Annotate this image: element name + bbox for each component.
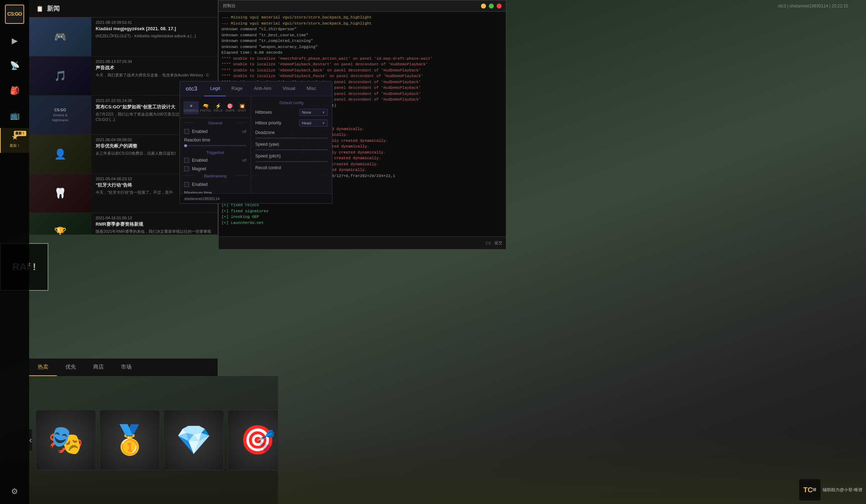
cheat-menu-title: otc3 bbox=[186, 86, 197, 92]
new-badge: 最新！ bbox=[14, 131, 26, 136]
triggerbot-enabled-row: Enabled off bbox=[180, 156, 251, 165]
cheat-tab-visual[interactable]: Visual bbox=[277, 81, 301, 96]
tv-icon: 📺 bbox=[10, 111, 20, 120]
hitboxes-row: Hitboxes None ▼ bbox=[251, 107, 332, 118]
news-item-5[interactable]: 🏆 2021-04-16 01:06:13 RMR赛季参赛资格新规 随着2021… bbox=[29, 213, 218, 235]
weapon-snipe-label: SNIPE bbox=[225, 109, 235, 112]
cheat-right-panel: Default config Hitboxes None ▼ Hitbox pr… bbox=[251, 96, 332, 204]
watermark-text: otc3 | shetanmei19830114 | 20:22:15 bbox=[778, 4, 848, 9]
hitbox-priority-dropdown[interactable]: Head ▼ bbox=[299, 119, 328, 127]
console-line: Unknown command "tr_completed_training" bbox=[221, 38, 503, 44]
sticker-2[interactable]: 💎 bbox=[164, 410, 224, 470]
speed-yaw-slider-row bbox=[251, 149, 332, 152]
weapon-pistol-label: PISTOL bbox=[200, 109, 212, 112]
console-line: [+] invoking OEP bbox=[221, 214, 503, 220]
deadzone-slider[interactable] bbox=[255, 138, 328, 139]
hitboxes-chevron-icon: ▼ bbox=[322, 111, 325, 114]
bottom-watermark: TC 辅 辅助助力@小登-唯谱 bbox=[799, 479, 862, 500]
tab-hot[interactable]: 热卖 bbox=[29, 359, 57, 376]
watermark: otc3 | shetanmei19830114 | 20:22:15 bbox=[778, 4, 848, 9]
news-headline-1: 声音战术 bbox=[96, 65, 213, 71]
news-icon: 📋 bbox=[36, 5, 43, 12]
sidebar-item-play[interactable]: ▶ bbox=[0, 28, 29, 53]
enabled-checkbox[interactable] bbox=[184, 129, 189, 134]
console-titlebar: 控制台 bbox=[219, 0, 506, 12]
console-line: Elapsed time: 0.00 seconds bbox=[221, 50, 503, 56]
cheat-username: shetanmei19830114 bbox=[184, 197, 220, 201]
news-item-0[interactable]: 🎮 2021-08-18 09:53:41 Kiadási megjegyzés… bbox=[29, 17, 218, 57]
console-close-btn[interactable] bbox=[497, 4, 502, 9]
weapon-pistol-btn[interactable]: 🔫 PISTOL bbox=[200, 101, 212, 114]
triggerbot-enabled-checkbox[interactable] bbox=[184, 158, 189, 163]
weapon-icons-row: ✦ GENERAL 🔫 PISTOL ⚡ RIFLE bbox=[180, 100, 251, 118]
enabled-label: Enabled bbox=[192, 129, 239, 134]
sticker-0[interactable]: 🎭 bbox=[36, 410, 96, 470]
hitbox-priority-row: Hitbox priority Head ▼ bbox=[251, 118, 332, 128]
weapon-shot-btn[interactable]: 💥 SHOT bbox=[237, 101, 247, 114]
cheat-tab-rage[interactable]: Rage bbox=[226, 81, 248, 96]
pistol-icon: 🔫 bbox=[200, 103, 212, 109]
tab-market[interactable]: 市场 bbox=[112, 359, 140, 376]
bottom-tabs-bar: 热卖 优先 商店 市场 bbox=[29, 358, 218, 376]
reaction-time-thumb[interactable] bbox=[184, 144, 187, 147]
magnet-label: Magnet bbox=[192, 166, 246, 171]
news-preview-5: 随着2021年RMR赛季的来临，我们决定重新审视以往的一些赛事规 bbox=[96, 229, 213, 234]
backtracking-enabled-checkbox[interactable] bbox=[184, 182, 189, 187]
speed-yaw-slider[interactable] bbox=[255, 149, 328, 150]
sidebar-item-settings[interactable]: ⚙ bbox=[0, 479, 29, 504]
weapon-snipe-btn[interactable]: 🎯 SNIPE bbox=[225, 101, 235, 114]
speed-pitch-row: Speed (pitch) bbox=[251, 152, 332, 160]
speed-pitch-slider[interactable] bbox=[255, 161, 328, 162]
reaction-time-slider[interactable] bbox=[184, 145, 246, 146]
tab-shop[interactable]: 商店 bbox=[85, 359, 112, 376]
speed-yaw-row: Speed (yaw) bbox=[251, 140, 332, 149]
tab-priority[interactable]: 优先 bbox=[57, 359, 85, 376]
magnet-checkbox[interactable] bbox=[184, 166, 189, 171]
console-maximize-btn[interactable] bbox=[489, 4, 494, 9]
sidebar-new-label: 最新！ bbox=[10, 143, 20, 148]
cheat-tabs: Legit Rage Anti-Aim Visual Misc bbox=[204, 81, 322, 96]
sticker-1[interactable]: 🥇 bbox=[100, 410, 160, 470]
csgo-logo[interactable]: CS:GO bbox=[4, 4, 25, 25]
weapon-general-btn[interactable]: ✦ GENERAL bbox=[183, 101, 199, 114]
weapon-rifle-btn[interactable]: ⚡ RIFLE bbox=[213, 101, 223, 114]
sidebar-item-new[interactable]: ★ 最新！ 最新！ bbox=[0, 128, 29, 153]
cheat-tab-misc[interactable]: Misc bbox=[301, 81, 322, 96]
sticker-3[interactable]: 🎯 bbox=[228, 410, 278, 470]
hitboxes-dropdown[interactable]: None ▼ bbox=[299, 109, 328, 116]
console-line: --- Missing vgui material vgui/store/sto… bbox=[221, 21, 503, 27]
news-thumb-0: 🎮 bbox=[29, 17, 91, 56]
cheat-tab-antiaim[interactable]: Anti-Aim bbox=[248, 81, 277, 96]
magnet-row: Magnet bbox=[180, 165, 251, 173]
console-line: Unknown command "weapon_accuracy_logging… bbox=[221, 44, 503, 50]
enabled-value: off bbox=[242, 129, 246, 134]
news-thumb-2: CS:GO Dreams & Nightmares bbox=[29, 96, 91, 134]
backtracking-enabled-label: Enabled bbox=[192, 182, 246, 187]
console-minimize-btn[interactable] bbox=[481, 4, 486, 9]
cheat-tab-legit[interactable]: Legit bbox=[204, 81, 226, 96]
sidebar-item-broadcast[interactable]: 📡 bbox=[0, 53, 29, 78]
news-date-0: 2021-08-18 09:53:41 bbox=[96, 20, 213, 25]
news-thumb-4: 🦷 bbox=[29, 174, 91, 213]
deadzone-row: Deadzone bbox=[251, 128, 332, 137]
bw-subtitle-text: 辅助助力@小登-唯谱 bbox=[823, 487, 862, 493]
hitbox-priority-chevron-icon: ▼ bbox=[322, 121, 325, 125]
news-preview-1: 今天，我们更新了战术大师音乐盒集，包含来自Austin Wintory · C bbox=[96, 73, 213, 78]
console-controls bbox=[481, 4, 502, 9]
hitboxes-label: Hitboxes bbox=[255, 110, 297, 115]
deadzone-slider-row bbox=[251, 137, 332, 140]
console-line: **** Unable to localize '#DemoPlayback_R… bbox=[221, 61, 503, 68]
console-line: Unknown command "tr_best_course_time" bbox=[221, 32, 503, 38]
news-headline-5: RMR赛季参赛资格新规 bbox=[96, 221, 213, 227]
console-line: --- Missing vgui material vgui/store/sto… bbox=[221, 15, 503, 21]
hitbox-priority-label: Hitbox priority bbox=[255, 120, 297, 125]
sticker-prev-arrow[interactable]: ‹ bbox=[29, 429, 32, 451]
news-content-0: 2021-08-18 09:53:41 Kiadási megjegyzések… bbox=[91, 17, 218, 56]
tc-logo: TC 辅 bbox=[799, 479, 820, 500]
sidebar-item-inventory[interactable]: 🎒 bbox=[0, 78, 29, 103]
hitbox-priority-value: Head bbox=[302, 121, 311, 125]
sidebar-item-tv[interactable]: 📺 bbox=[0, 103, 29, 128]
console-input-field[interactable] bbox=[222, 241, 482, 245]
news-headline-0: Kiadási megjegyzések [2021. 08. 17.] bbox=[96, 26, 213, 32]
news-date-1: 2021-08-13 07:26:34 bbox=[96, 59, 213, 64]
